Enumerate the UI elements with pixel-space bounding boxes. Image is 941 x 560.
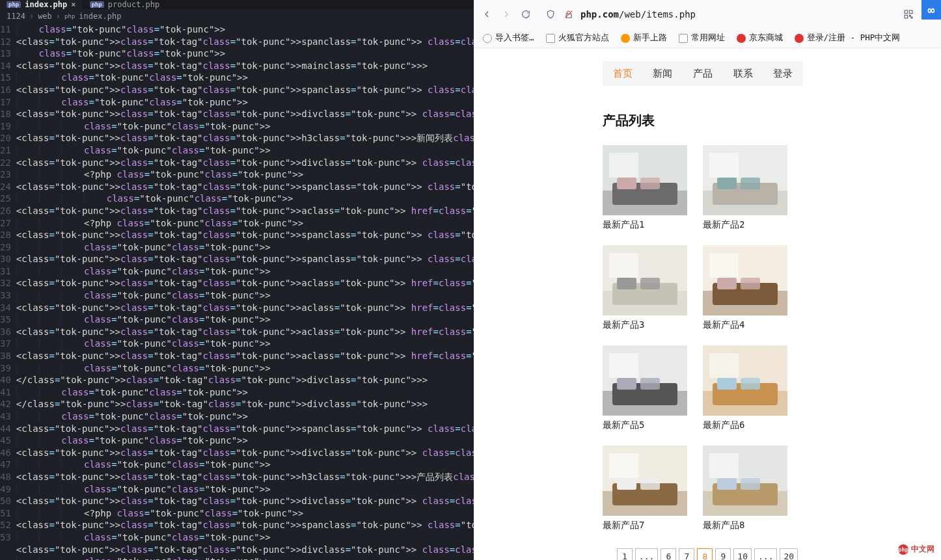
php-icon: php	[7, 1, 21, 8]
close-icon[interactable]: ×	[71, 0, 75, 9]
svg-rect-51	[717, 478, 737, 490]
pager-item[interactable]: 10	[733, 548, 752, 560]
url-host: php.com	[580, 9, 619, 20]
bookmark-label: 导入书签…	[495, 33, 534, 44]
bookmark-item[interactable]: 登录/注册 - PHP中文网	[795, 33, 901, 44]
pager-item[interactable]: 20	[780, 548, 798, 560]
pager: 1...678910...20	[603, 548, 812, 560]
product-card[interactable]: 最新产品3	[603, 245, 687, 331]
product-card[interactable]: 最新产品4	[703, 245, 787, 331]
page-body: 首页新闻产品联系登录 产品列表 最新产品1 最新产品2 最新产品3	[474, 48, 941, 560]
svg-rect-4	[905, 15, 908, 18]
tab-label: product.php	[108, 0, 159, 9]
svg-rect-22	[640, 278, 660, 289]
svg-rect-39	[717, 378, 737, 390]
breadcrumb-seg[interactable]: 1124	[7, 12, 25, 21]
php-icon: php	[64, 13, 75, 20]
pager-item[interactable]: 7	[679, 548, 694, 560]
bookmark-item[interactable]: 火狐官方站点	[546, 33, 609, 44]
product-image[interactable]	[603, 345, 687, 416]
product-card[interactable]: 最新产品5	[603, 345, 687, 431]
nav-item[interactable]: 联系	[723, 68, 763, 80]
infinity-icon[interactable]: ∞	[921, 0, 941, 20]
nav-item[interactable]: 产品	[683, 68, 723, 80]
watermark: php 中文网	[898, 544, 934, 555]
bookmark-label: 新手上路	[633, 33, 667, 44]
product-image[interactable]	[603, 245, 687, 315]
qr-icon[interactable]	[902, 8, 915, 21]
svg-rect-30	[609, 353, 638, 378]
tab-index-php[interactable]: php index.php ×	[0, 0, 83, 9]
pager-item[interactable]: 1	[617, 548, 633, 560]
site-nav: 首页新闻产品联系登录	[603, 61, 803, 86]
svg-rect-46	[640, 478, 660, 490]
forward-icon	[500, 8, 513, 21]
bookmark-item[interactable]: 常用网址	[679, 33, 725, 44]
svg-rect-9	[617, 178, 636, 189]
product-card[interactable]: 最新产品2	[703, 145, 787, 231]
address-bar[interactable]: php.com/web/items.php	[539, 5, 895, 23]
product-title[interactable]: 最新产品2	[703, 219, 787, 231]
bookmark-item[interactable]: 京东商城	[737, 33, 783, 44]
product-title[interactable]: 最新产品4	[703, 319, 787, 331]
product-card[interactable]: 最新产品8	[703, 446, 787, 531]
code-area[interactable]: 1112131415161718192021222324252627282930…	[0, 23, 474, 560]
product-card[interactable]: 最新产品1	[603, 145, 687, 231]
line-gutter: 1112131415161718192021222324252627282930…	[0, 23, 16, 560]
product-title[interactable]: 最新产品3	[603, 319, 687, 331]
jd-icon	[737, 34, 746, 43]
nav-item[interactable]: 登录	[763, 68, 803, 80]
svg-rect-45	[617, 478, 636, 490]
product-title[interactable]: 最新产品6	[703, 420, 787, 431]
svg-rect-40	[741, 378, 760, 390]
svg-rect-10	[640, 178, 660, 189]
breadcrumb-seg[interactable]: index.php	[79, 12, 121, 21]
pager-item[interactable]: 8	[697, 548, 713, 560]
svg-rect-52	[741, 478, 760, 490]
product-image[interactable]	[603, 446, 687, 516]
reload-icon[interactable]	[519, 8, 532, 21]
tab-product-php[interactable]: php product.php	[83, 0, 167, 9]
svg-rect-27	[717, 278, 737, 289]
product-image[interactable]	[703, 245, 787, 315]
breadcrumb-seg[interactable]: web	[38, 12, 52, 21]
svg-rect-33	[617, 378, 636, 390]
bookmark-label: 京东商城	[749, 33, 783, 44]
back-icon[interactable]	[480, 8, 493, 21]
page-title: 产品列表	[603, 112, 812, 129]
product-title[interactable]: 最新产品7	[603, 520, 687, 531]
nav-item[interactable]: 首页	[603, 68, 643, 80]
product-card[interactable]: 最新产品6	[703, 345, 787, 431]
pager-item[interactable]: 9	[715, 548, 731, 560]
product-title[interactable]: 最新产品8	[703, 520, 787, 531]
bookmark-item[interactable]: 导入书签…	[483, 33, 534, 44]
svg-rect-34	[640, 378, 660, 390]
product-image[interactable]	[603, 145, 687, 215]
folder-icon	[679, 34, 688, 43]
pager-item[interactable]: ...	[635, 548, 658, 560]
pager-item[interactable]: 6	[661, 548, 676, 560]
lock-open-icon[interactable]	[562, 8, 575, 21]
product-image[interactable]	[703, 145, 787, 215]
product-title[interactable]: 最新产品1	[603, 219, 687, 231]
svg-rect-18	[609, 253, 638, 278]
firefox-icon	[621, 34, 630, 43]
svg-rect-21	[617, 278, 636, 289]
product-title[interactable]: 最新产品5	[603, 420, 687, 431]
product-image[interactable]	[703, 446, 787, 516]
browser-pane: ∞ php.com/web/items.php 导入书签… 火狐官方站点 新手上…	[474, 0, 941, 560]
code-editor: php index.php × php product.php 1124 › w…	[0, 0, 474, 560]
product-card[interactable]: 最新产品7	[603, 446, 687, 531]
svg-rect-3	[909, 10, 912, 14]
watermark-text: 中文网	[911, 544, 934, 555]
shield-icon[interactable]	[544, 8, 557, 21]
bookmark-item[interactable]: 新手上路	[621, 33, 667, 44]
nav-item[interactable]: 新闻	[643, 68, 683, 80]
bookmark-label: 登录/注册 - PHP中文网	[807, 33, 901, 44]
svg-rect-36	[709, 353, 739, 378]
svg-rect-24	[709, 253, 739, 278]
svg-rect-42	[609, 453, 638, 478]
browser-toolbar: php.com/web/items.php	[474, 0, 941, 29]
pager-item[interactable]: ...	[754, 548, 777, 560]
product-image[interactable]	[703, 345, 787, 416]
